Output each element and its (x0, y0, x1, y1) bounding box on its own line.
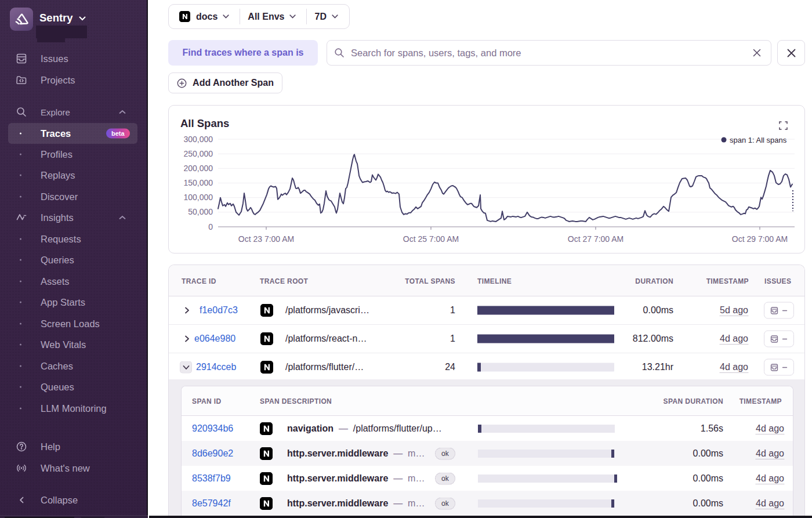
svg-text:0: 0 (208, 222, 213, 231)
svg-text:50,000: 50,000 (188, 207, 213, 216)
svg-text:span 1: All spans: span 1: All spans (730, 136, 787, 144)
svg-text:Oct 27 7:00 AM: Oct 27 7:00 AM (568, 234, 624, 244)
svg-text:250,000: 250,000 (183, 149, 213, 158)
svg-text:Oct 23 7:00 AM: Oct 23 7:00 AM (238, 234, 295, 244)
svg-text:100,000: 100,000 (183, 193, 213, 202)
svg-text:300,000: 300,000 (183, 135, 213, 144)
svg-text:200,000: 200,000 (183, 164, 213, 173)
svg-text:Oct 25 7:00 AM: Oct 25 7:00 AM (403, 234, 459, 244)
svg-text:150,000: 150,000 (183, 178, 213, 187)
svg-text:Oct 29 7:00 AM: Oct 29 7:00 AM (732, 234, 788, 244)
